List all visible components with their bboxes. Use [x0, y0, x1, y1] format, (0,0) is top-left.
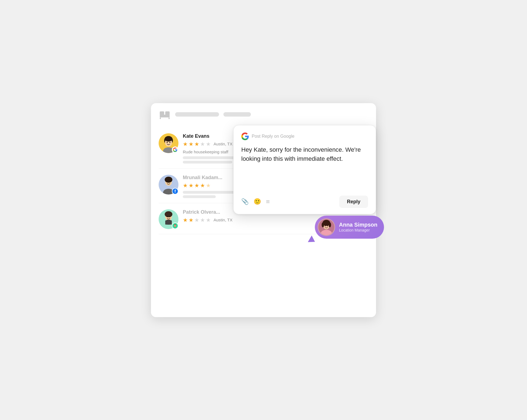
stars: ★ ★ ★ ★ ★ [183, 217, 211, 223]
svg-point-11 [169, 142, 170, 143]
emoji-icon[interactable]: 🙂 [254, 198, 261, 205]
anna-name: Anna Simpson [339, 222, 377, 228]
format-icon[interactable]: ≡ [266, 198, 270, 205]
svg-point-30 [329, 222, 331, 227]
location-text: Austin, TX [214, 218, 232, 222]
google-logo-icon [241, 133, 249, 140]
star: ★ [206, 217, 211, 223]
star: ★ [200, 217, 205, 223]
modal-footer: 📎 🙂 ≡ Reply [241, 196, 368, 208]
star: ★ [183, 141, 188, 147]
star: ★ [200, 182, 205, 189]
bed-icon [159, 109, 171, 120]
reply-button[interactable]: Reply [339, 196, 368, 208]
anna-info: Anna Simpson Location Manager [339, 222, 377, 232]
anna-bubble: Anna Simpson Location Manager [309, 216, 384, 239]
svg-rect-22 [165, 220, 167, 225]
browser-window: Kate Evans ★ ★ ★ ★ ★ Austin, TX Rude hou… [151, 103, 376, 317]
star: ★ [183, 217, 188, 223]
header-bar-1 [175, 112, 219, 117]
svg-rect-23 [170, 220, 172, 225]
stars: ★ ★ ★ ★ ★ [183, 182, 211, 189]
svg-point-10 [167, 142, 168, 143]
svg-rect-4 [169, 117, 170, 119]
modal-title: Post Reply on Google [252, 134, 295, 139]
avatar-wrap [159, 133, 178, 153]
svg-rect-1 [160, 111, 164, 115]
stars: ★ ★ ★ ★ ★ [183, 141, 211, 147]
svg-point-8 [165, 136, 172, 142]
star: ★ [189, 141, 194, 147]
svg-point-25 [169, 216, 170, 217]
anna-pill: Anna Simpson Location Manager [315, 216, 384, 239]
browser-header [151, 103, 376, 125]
modal-tools: 📎 🙂 ≡ [241, 198, 270, 205]
star: ★ [183, 182, 188, 189]
reply-modal: Post Reply on Google 📎 🙂 ≡ Reply [233, 125, 376, 214]
reply-textarea[interactable] [241, 145, 368, 186]
attach-icon[interactable]: 📎 [241, 198, 249, 205]
svg-point-32 [325, 225, 326, 226]
avatar-wrap: f [159, 175, 178, 195]
location-text: Austin, TX [214, 142, 232, 146]
review-bar [183, 161, 232, 164]
star: ★ [194, 182, 199, 189]
anna-role: Location Manager [339, 228, 377, 232]
svg-point-24 [167, 216, 168, 217]
star: ★ [189, 217, 194, 223]
svg-point-20 [165, 211, 172, 217]
svg-rect-2 [165, 111, 170, 115]
modal-header: Post Reply on Google [241, 133, 368, 140]
svg-point-14 [165, 177, 172, 183]
star: ★ [194, 217, 199, 223]
star: ★ [206, 141, 211, 147]
header-bar-2 [223, 112, 251, 117]
star: ★ [206, 182, 211, 189]
review-bar [183, 195, 216, 198]
google-badge [172, 146, 178, 153]
svg-rect-3 [160, 117, 161, 119]
svg-rect-21 [166, 220, 171, 225]
svg-point-33 [327, 225, 328, 226]
anna-avatar [318, 218, 335, 236]
facebook-badge: f [172, 188, 178, 195]
star: ★ [189, 182, 194, 189]
star: ★ [200, 141, 205, 147]
star: ★ [194, 141, 199, 147]
bubble-pointer [308, 235, 317, 245]
svg-point-29 [322, 222, 324, 227]
svg-point-17 [169, 181, 170, 182]
svg-point-16 [167, 181, 168, 182]
tripadvisor-badge: 🦉 [172, 222, 178, 229]
avatar-wrap: 🦉 [159, 209, 178, 229]
